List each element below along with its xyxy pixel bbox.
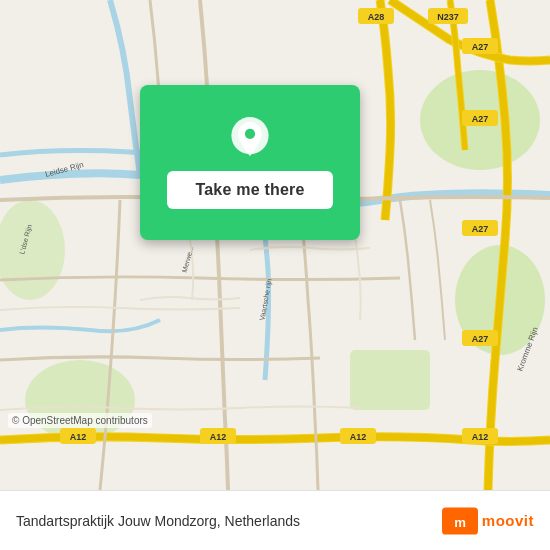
svg-text:A12: A12 (350, 432, 367, 442)
moovit-text: moovit (482, 512, 534, 529)
svg-text:N237: N237 (437, 12, 459, 22)
map-card: Take me there (140, 85, 360, 240)
map-container: A27 A27 A27 A27 A28 N237 A12 A12 A12 A12… (0, 0, 550, 490)
take-me-there-button[interactable]: Take me there (167, 171, 332, 209)
svg-text:A27: A27 (472, 224, 489, 234)
svg-text:A12: A12 (472, 432, 489, 442)
info-bar: Tandartspraktijk Jouw Mondzorg, Netherla… (0, 490, 550, 550)
osm-attribution: © OpenStreetMap contributors (8, 413, 152, 428)
place-name: Tandartspraktijk Jouw Mondzorg, Netherla… (16, 513, 300, 529)
svg-text:A12: A12 (210, 432, 227, 442)
svg-text:A28: A28 (368, 12, 385, 22)
moovit-logo: m moovit (442, 507, 534, 535)
svg-text:A27: A27 (472, 334, 489, 344)
svg-point-34 (245, 128, 255, 138)
svg-text:A27: A27 (472, 42, 489, 52)
svg-text:A12: A12 (70, 432, 87, 442)
svg-text:A27: A27 (472, 114, 489, 124)
location-pin-icon (228, 117, 272, 161)
attribution-text: © OpenStreetMap contributors (12, 415, 148, 426)
svg-rect-4 (350, 350, 430, 410)
moovit-logo-icon: m (442, 507, 478, 535)
svg-text:m: m (454, 514, 466, 529)
